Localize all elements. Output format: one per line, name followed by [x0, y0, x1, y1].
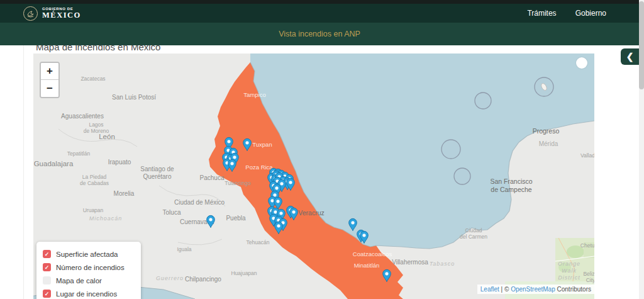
legend-label: Mapa de calor [56, 277, 102, 285]
map-pin-icon [243, 138, 252, 151]
map-pin-icon [206, 215, 216, 228]
side-panel-toggle-button[interactable]: ❮ [621, 48, 639, 65]
map-attribution: Leaflet | © OpenStreetMap Contributors [477, 285, 594, 294]
legend-label: Superficie afectada [56, 251, 118, 258]
mexico-seal-icon [23, 6, 38, 21]
legend-item: ✓Número de incendios [43, 261, 135, 274]
map-pin-icon [274, 221, 284, 234]
map-pin-icon [289, 207, 299, 220]
app-banner: Vista incendios en ANP [0, 23, 639, 45]
legend-checkbox[interactable]: ✓ [43, 250, 51, 258]
chevron-left-icon: ❮ [626, 52, 634, 62]
map-pin-icon [360, 230, 369, 244]
map-pin-icon [382, 269, 392, 282]
fire-location-marker[interactable] [206, 215, 216, 228]
zoom-in-button[interactable]: + [41, 63, 58, 80]
legend-checkbox[interactable]: ✓ [43, 290, 51, 298]
nav-link-tramites[interactable]: Trámites [527, 9, 556, 18]
fire-location-marker[interactable] [289, 207, 299, 220]
fire-location-marker[interactable] [382, 269, 392, 282]
openstreetmap-link[interactable]: OpenStreetMap [511, 286, 555, 293]
map-pin-icon [286, 178, 296, 191]
zoom-control: + − [40, 62, 60, 98]
map-pin-icon [228, 159, 237, 172]
scrollbar-thumb[interactable] [639, 1, 644, 89]
legend-item: ✓Superficie afectada [43, 247, 135, 261]
layers-legend: ✓Superficie afectada✓Número de incendios… [36, 242, 141, 299]
page-left-border [23, 45, 24, 299]
gov-nav: Trámites Gobierno [527, 9, 639, 18]
attribution-separator: | © [499, 286, 511, 293]
legend-item: ✓Lugar de incendios [43, 287, 135, 299]
legend-label: Lugar de incendios [56, 290, 117, 298]
gov-header: GOBIERNO DE MÉXICO Trámites Gobierno [0, 4, 639, 23]
legend-checkbox[interactable]: ✓ [43, 263, 51, 271]
white-circle-marker [576, 57, 587, 69]
fire-location-marker[interactable] [274, 221, 284, 234]
banner-title: Vista incendios en ANP [279, 30, 360, 38]
legend-label: Número de incendios [56, 264, 125, 271]
legend-checkbox[interactable] [43, 276, 51, 285]
zoom-out-button[interactable]: − [41, 80, 58, 97]
fire-location-marker[interactable] [286, 178, 296, 191]
page-scrollbar[interactable] [639, 0, 644, 299]
leaflet-map[interactable]: ZacatecasSan Luis PotosíAguascalientesLa… [33, 54, 594, 299]
fire-location-marker[interactable] [243, 138, 252, 151]
brand-line2: MÉXICO [42, 11, 81, 20]
fire-location-marker[interactable] [228, 159, 237, 172]
fire-location-marker[interactable] [360, 230, 369, 244]
legend-item: Mapa de calor [43, 274, 135, 287]
brand-text: GOBIERNO DE MÉXICO [42, 7, 81, 19]
leaflet-link[interactable]: Leaflet [480, 286, 499, 293]
attribution-tail: Contributors [555, 286, 591, 293]
nav-link-gobierno[interactable]: Gobierno [575, 9, 606, 18]
gobierno-de-mexico-logo[interactable]: GOBIERNO DE MÉXICO [23, 6, 81, 21]
